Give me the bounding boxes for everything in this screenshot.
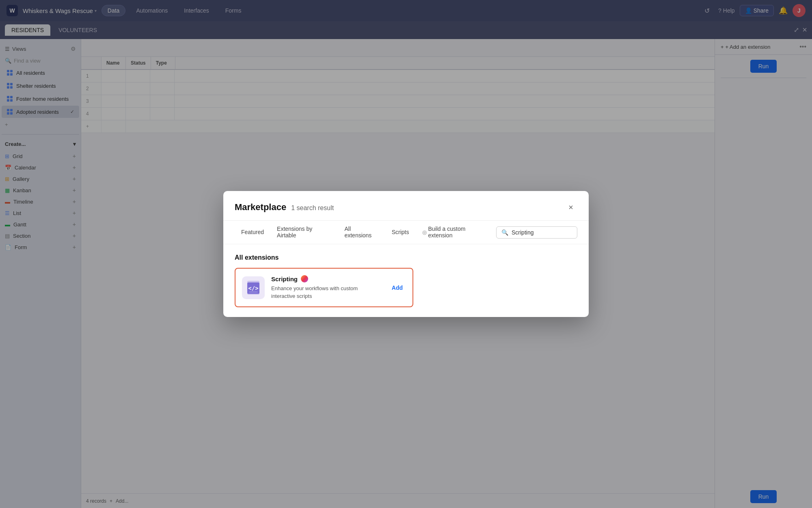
scripting-extension-card[interactable]: </> Scripting Enhance your workflows wit… [235, 268, 413, 307]
modal-tab-featured[interactable]: Featured [235, 224, 270, 241]
extension-icon-wrapper: </> [242, 276, 265, 299]
modal-tab-scripts[interactable]: Scripts [385, 224, 416, 241]
scripting-icon: </> [246, 280, 261, 295]
svg-text:</>: </> [248, 285, 258, 291]
modal-close-button[interactable]: × [564, 201, 577, 214]
marketplace-modal: Marketplace 1 search result × Featured E… [223, 191, 589, 317]
modal-tab-all-extensions[interactable]: All extensions [338, 221, 385, 244]
search-input[interactable] [512, 229, 560, 236]
search-icon: 🔍 [501, 229, 508, 236]
modal-tab-by-airtable[interactable]: Extensions by Airtable [270, 221, 338, 244]
modal-subtitle: 1 search result [291, 204, 334, 212]
extension-info: Scripting Enhance your workflows with cu… [271, 275, 382, 300]
modal-search-box[interactable]: 🔍 [496, 226, 577, 239]
custom-ext-icon: ◎ [422, 229, 427, 235]
modal-tab-build-custom[interactable]: ◎ Build a custom extension [416, 221, 496, 244]
modal-overlay[interactable]: Marketplace 1 search result × Featured E… [0, 0, 812, 508]
modal-title: Marketplace 1 search result [235, 202, 334, 213]
modal-nav: Featured Extensions by Airtable All exte… [223, 221, 589, 244]
extension-description: Enhance your workflows with custom inter… [271, 285, 382, 300]
modal-body: All extensions </> Scripting [223, 244, 589, 317]
add-extension-button[interactable]: Add [389, 283, 406, 293]
premium-badge [301, 275, 308, 282]
section-heading: All extensions [235, 254, 577, 261]
extension-name: Scripting [271, 275, 382, 282]
modal-header: Marketplace 1 search result × [223, 191, 589, 221]
svg-rect-19 [249, 291, 258, 293]
